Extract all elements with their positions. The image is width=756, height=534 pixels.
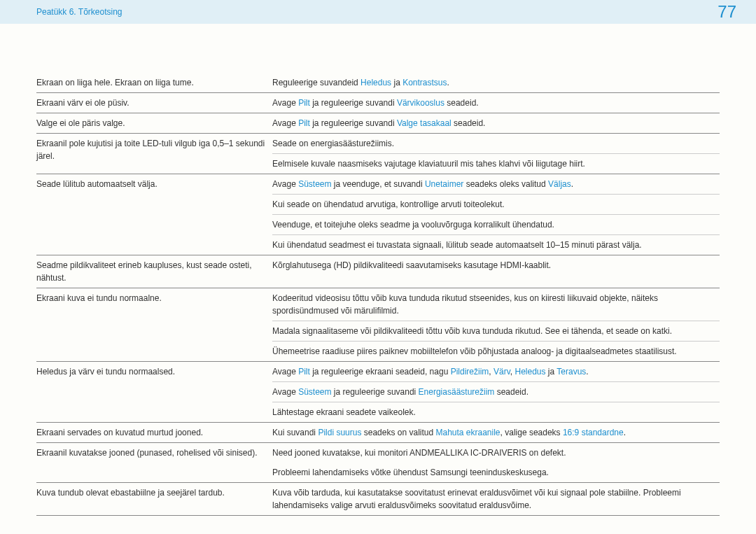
page-number: 77 <box>718 2 736 22</box>
solution-cell: Avage Pilt ja reguleerige suvandi Valge … <box>272 113 720 134</box>
solution-cell: Kodeeritud videosisu tõttu võib kuva tun… <box>272 288 720 321</box>
solution-cell: Kõrglahutusega (HD) pildikvaliteedi saav… <box>272 255 720 288</box>
solution-cell: Lähtestage ekraani seadete vaikeolek. <box>272 402 720 423</box>
solution-cell: Seade on energiasäästurežiimis. <box>272 134 720 154</box>
table-row: Valge ei ole päris valge.Avage Pilt ja r… <box>36 113 720 134</box>
issue-cell: Ekraan on liiga hele. Ekraan on liiga tu… <box>36 73 272 93</box>
solution-cell: Reguleerige suvandeid Heledus ja Kontras… <box>272 73 720 93</box>
solution-cell: Kui suvandi Pildi suurus seadeks on vali… <box>272 423 720 443</box>
solution-cell: Kui seade on ühendatud arvutiga, kontrol… <box>272 195 720 215</box>
issue-cell: Ekraani kuva ei tundu normaalne. <box>36 288 272 362</box>
solution-cell: Veenduge, et toitejuhe oleks seadme ja v… <box>272 215 720 235</box>
issue-cell: Seadme pildikvaliteet erineb kaupluses, … <box>36 255 272 288</box>
issue-cell: Seade lülitub automaatselt välja. <box>36 174 272 255</box>
table-row: Ekraani kuva ei tundu normaalne.Kodeerit… <box>36 288 720 321</box>
table-row: Ekraanil pole kujutisi ja toite LED-tuli… <box>36 134 720 154</box>
solution-cell: Probleemi lahendamiseks võtke ühendust S… <box>272 463 720 483</box>
solution-cell: Avage Pilt ja reguleerige suvandi Värvik… <box>272 93 720 113</box>
table-row: Ekraanil kuvatakse jooned (punased, rohe… <box>36 443 720 463</box>
chapter-title: Peatükk 6. Tõrkeotsing <box>36 7 122 17</box>
issue-cell: Heledus ja värv ei tundu normaalsed. <box>36 362 272 423</box>
content: Ekraan on liiga hele. Ekraan on liiga tu… <box>0 24 756 516</box>
table-row: Kuva tundub olevat ebastabiilne ja seejä… <box>36 483 720 516</box>
solution-cell: Avage Pilt ja reguleerige ekraani seadei… <box>272 362 720 382</box>
solution-cell: Need jooned kuvatakse, kui monitori ANDM… <box>272 443 720 463</box>
solution-cell: Kui ühendatud seadmest ei tuvastata sign… <box>272 235 720 255</box>
troubleshooting-table: Ekraan on liiga hele. Ekraan on liiga tu… <box>36 73 720 516</box>
solution-cell: Ühemeetrise raadiuse piires paiknev mobi… <box>272 342 720 362</box>
table-row: Ekraani servades on kuvatud murtud joone… <box>36 423 720 443</box>
solution-cell: Eelmisele kuvale naasmiseks vajutage kla… <box>272 154 720 174</box>
table-row: Seadme pildikvaliteet erineb kaupluses, … <box>36 255 720 288</box>
table-row: Seade lülitub automaatselt välja.Avage S… <box>36 174 720 195</box>
issue-cell: Kuva tundub olevat ebastabiilne ja seejä… <box>36 483 272 516</box>
solution-cell: Avage Süsteem ja reguleerige suvandi Ene… <box>272 382 720 402</box>
table-row: Heledus ja värv ei tundu normaalsed.Avag… <box>36 362 720 382</box>
issue-cell: Ekraani servades on kuvatud murtud joone… <box>36 423 272 443</box>
solution-cell: Madala signaalitaseme või pildikvaliteed… <box>272 321 720 342</box>
solution-cell: Avage Süsteem ja veenduge, et suvandi Un… <box>272 174 720 195</box>
issue-cell: Ekraanil kuvatakse jooned (punased, rohe… <box>36 443 272 483</box>
header-bar: Peatükk 6. Tõrkeotsing 77 <box>0 0 756 24</box>
table-row: Ekraani värv ei ole püsiv.Avage Pilt ja … <box>36 93 720 113</box>
issue-cell: Valge ei ole päris valge. <box>36 113 272 134</box>
issue-cell: Ekraani värv ei ole püsiv. <box>36 93 272 113</box>
issue-cell: Ekraanil pole kujutisi ja toite LED-tuli… <box>36 134 272 174</box>
table-row: Ekraan on liiga hele. Ekraan on liiga tu… <box>36 73 720 93</box>
solution-cell: Kuva võib tarduda, kui kasutatakse soovi… <box>272 483 720 516</box>
